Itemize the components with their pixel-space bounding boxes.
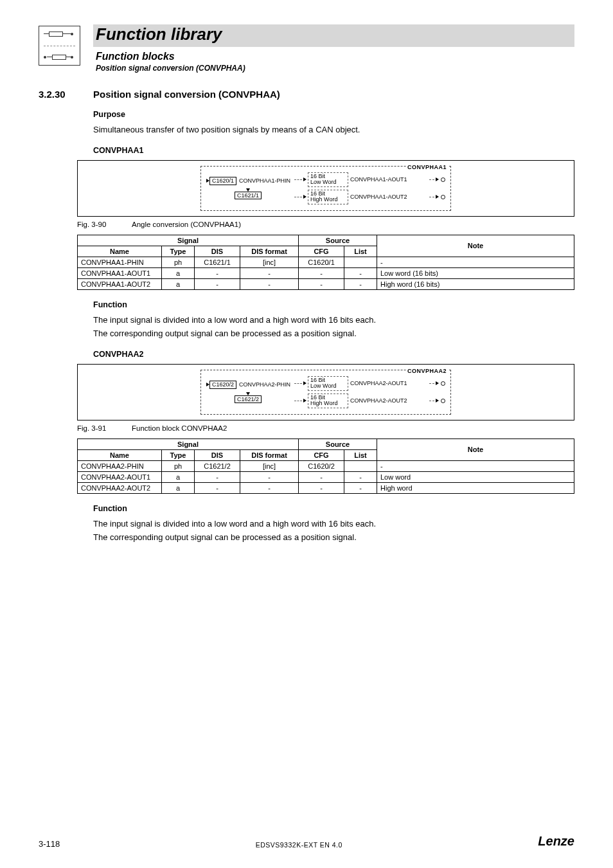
- arrow-right-icon: [303, 177, 306, 181]
- brand-label: Lenze: [538, 834, 574, 849]
- table-header: Note: [377, 439, 574, 460]
- table-header: Note: [377, 235, 574, 257]
- table-cell: -: [299, 471, 344, 482]
- signal-line-icon: [429, 197, 434, 197]
- table-cell: -: [344, 471, 377, 482]
- table-cell: -: [344, 267, 377, 278]
- table-cell: C1620/1: [299, 257, 344, 267]
- section-heading: 3.2.30 Position signal conversion (CONVP…: [39, 89, 574, 100]
- arrow-right-icon: [303, 195, 306, 199]
- doc-icon: [39, 26, 80, 66]
- table-header: DIS: [195, 246, 240, 257]
- output-bit-line2: Low Word: [310, 383, 346, 389]
- doc-subtitle2: Position signal conversion (CONVPHAA): [96, 64, 574, 73]
- arrow-right-icon: [436, 381, 439, 385]
- table-cell: CONVPHAA2-PHIN: [78, 460, 162, 471]
- table-cell: -: [344, 278, 377, 289]
- table-cell: a: [162, 482, 195, 493]
- function-text: The input signal is divided into a low w…: [93, 314, 574, 326]
- purpose-text: Simultaneous transfer of two position si…: [93, 124, 574, 136]
- table-header: DIS: [195, 449, 240, 460]
- table-row: CONVPHAA2-PHINphC1621/2[inc]C1620/2-: [78, 460, 574, 471]
- table-header: DIS format: [240, 246, 299, 257]
- table-header: List: [344, 449, 377, 460]
- input-label: CONVPHAA2-PHIN: [239, 382, 290, 388]
- signal-line-icon: [294, 197, 302, 197]
- purpose-heading: Purpose: [93, 110, 574, 119]
- function-text: The corresponding output signal can be p…: [93, 328, 574, 339]
- table-cell: -: [377, 460, 574, 471]
- table-cell: a: [162, 278, 195, 289]
- output-bit-box: 16 BitHigh Word: [308, 393, 348, 408]
- function-text: The input signal is divided into a low w…: [93, 518, 574, 530]
- figure-text: Angle conversion (CONVPHAA1): [132, 221, 241, 228]
- table-cell: CONVPHAA1-AOUT1: [78, 267, 162, 278]
- signal-line-icon: [294, 179, 302, 180]
- doc-subtitle: Function blocks: [96, 51, 574, 62]
- table-header: Source: [299, 235, 377, 246]
- diagram-title: CONVPHAA1: [406, 165, 448, 170]
- table-header: Signal: [78, 235, 299, 246]
- output-bit-box: 16 BitLow Word: [308, 376, 348, 391]
- table-cell: ph: [162, 460, 195, 471]
- table-header: CFG: [299, 449, 344, 460]
- table-cell: C1621/2: [195, 460, 240, 471]
- table-header: Type: [162, 246, 195, 257]
- table-cell: [344, 460, 377, 471]
- table-cell: -: [344, 482, 377, 493]
- diagram-box: CONVPHAA1C1620/1CONVPHAA1-PHINC1621/116 …: [200, 166, 451, 211]
- figure-frame: CONVPHAA1C1620/1CONVPHAA1-PHINC1621/116 …: [77, 160, 574, 217]
- table-cell: -: [299, 278, 344, 289]
- arrow-right-icon: [303, 399, 306, 402]
- signal-table: SignalSourceNoteNameTypeDISDIS formatCFG…: [77, 439, 574, 494]
- output-bit-line2: High Word: [310, 197, 346, 203]
- figure-ref: Fig. 3-90: [77, 221, 132, 228]
- output-bit-box: 16 BitLow Word: [308, 172, 348, 187]
- table-cell: -: [240, 267, 299, 278]
- table-cell: -: [195, 267, 240, 278]
- output-pin-icon: [441, 195, 445, 199]
- table-cell: -: [377, 257, 574, 267]
- table-cell: Low word (16 bits): [377, 267, 574, 278]
- dis-code: C1621/1: [235, 192, 262, 200]
- function-heading: Function: [93, 300, 574, 309]
- function-block: CONVPHAA2CONVPHAA2C1620/2CONVPHAA2-PHINC…: [93, 350, 574, 543]
- table-cell: ph: [162, 257, 195, 267]
- table-header: DIS format: [240, 449, 299, 460]
- table-cell: -: [195, 278, 240, 289]
- page-number: 3-118: [39, 839, 60, 849]
- figure-ref: Fig. 3-91: [77, 424, 132, 432]
- table-cell: [inc]: [240, 257, 299, 267]
- table-cell: -: [240, 471, 299, 482]
- output-bit-line2: Low Word: [310, 179, 346, 185]
- table-cell: -: [299, 482, 344, 493]
- arrow-right-icon: [436, 177, 439, 181]
- table-cell: CONVPHAA1-AOUT2: [78, 278, 162, 289]
- block-heading: CONVPHAA2: [93, 350, 574, 359]
- table-header: Name: [78, 246, 162, 257]
- arrow-right-icon: [436, 195, 439, 199]
- table-cell: High word: [377, 482, 574, 493]
- header: Function library Function blocks Positio…: [39, 26, 574, 73]
- table-cell: -: [299, 267, 344, 278]
- table-row: CONVPHAA2-AOUT2a----High word: [78, 482, 574, 493]
- table-header: Name: [78, 449, 162, 460]
- table-cell: Low word: [377, 471, 574, 482]
- input-code: C1620/1: [209, 177, 236, 185]
- signal-line-icon: [429, 401, 434, 401]
- figure-caption: Fig. 3-91Function block CONVPHAA2: [77, 424, 574, 432]
- table-cell: -: [240, 482, 299, 493]
- table-cell: -: [195, 482, 240, 493]
- output-pin-icon: [441, 381, 445, 386]
- table-cell: CONVPHAA2-AOUT1: [78, 471, 162, 482]
- table-cell: CONVPHAA1-PHIN: [78, 257, 162, 267]
- table-header: Signal: [78, 439, 299, 449]
- input-label: CONVPHAA1-PHIN: [239, 178, 290, 184]
- table-cell: -: [195, 471, 240, 482]
- output-pin-icon: [441, 177, 445, 182]
- block-heading: CONVPHAA1: [93, 146, 574, 155]
- table-cell: a: [162, 471, 195, 482]
- diagram-box: CONVPHAA2C1620/2CONVPHAA2-PHINC1621/216 …: [200, 370, 451, 415]
- section-number: 3.2.30: [39, 89, 93, 100]
- table-row: CONVPHAA1-AOUT2a----High word (16 bits): [78, 278, 574, 289]
